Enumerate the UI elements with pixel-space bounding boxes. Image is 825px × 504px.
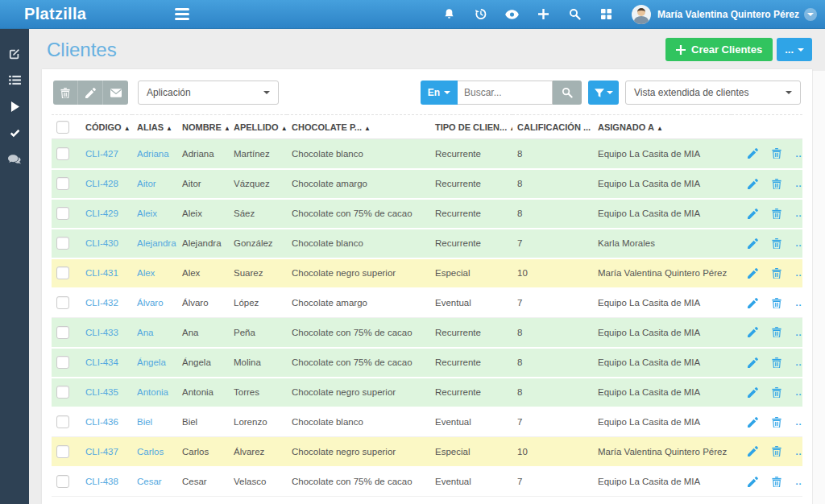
alias-link[interactable]: Antonia <box>137 387 168 397</box>
sort-asc-icon[interactable]: ▲ <box>657 125 663 132</box>
row-checkbox[interactable] <box>56 326 69 339</box>
sort-asc-icon[interactable]: ▲ <box>281 125 287 132</box>
codigo-link[interactable]: CLI-436 <box>85 417 118 427</box>
view-select[interactable]: Vista extendida de clientes <box>625 81 801 105</box>
column-header[interactable]: CHOCOLATE P...▲ <box>287 115 430 139</box>
edit-row-icon[interactable] <box>748 357 758 368</box>
row-more-menu[interactable]: ... <box>795 268 802 278</box>
alias-link[interactable]: Biel <box>137 417 152 427</box>
bulk-delete-button[interactable] <box>53 81 78 105</box>
row-more-menu[interactable]: ... <box>795 417 802 427</box>
column-header[interactable]: APELLIDO▲ <box>229 115 287 139</box>
delete-row-icon[interactable] <box>772 268 781 279</box>
edit-row-icon[interactable] <box>748 298 758 308</box>
alias-link[interactable]: Alex <box>137 268 155 278</box>
user-avatar[interactable] <box>632 5 651 24</box>
alias-link[interactable]: Ana <box>137 328 153 337</box>
row-checkbox[interactable] <box>56 177 69 190</box>
column-header[interactable]: CALIFICACIÓN ...▲ <box>512 115 593 139</box>
delete-row-icon[interactable] <box>772 327 781 337</box>
sort-asc-icon[interactable]: ▲ <box>509 125 512 132</box>
delete-row-icon[interactable] <box>772 446 781 456</box>
sort-asc-icon[interactable]: ▲ <box>364 125 371 132</box>
delete-row-icon[interactable] <box>772 357 781 368</box>
row-checkbox[interactable] <box>56 475 69 488</box>
edit-row-icon[interactable] <box>748 238 758 249</box>
delete-row-icon[interactable] <box>772 179 781 189</box>
edit-row-icon[interactable] <box>748 387 758 398</box>
sort-asc-icon[interactable]: ▲ <box>166 125 172 132</box>
row-more-menu[interactable]: ... <box>795 238 802 248</box>
edit-row-icon[interactable] <box>748 268 758 279</box>
edit-row-icon[interactable] <box>748 209 758 219</box>
vertical-scrollbar[interactable] <box>812 71 825 504</box>
row-checkbox[interactable] <box>56 415 69 428</box>
select-all-checkbox[interactable] <box>56 121 69 134</box>
row-more-menu[interactable]: ... <box>795 477 802 486</box>
user-name[interactable]: María Valentina Quintero Pérez <box>657 9 799 20</box>
codigo-link[interactable]: CLI-430 <box>85 238 118 248</box>
delete-row-icon[interactable] <box>772 298 781 308</box>
row-checkbox[interactable] <box>56 386 69 399</box>
search-scope-button[interactable]: En <box>421 81 458 105</box>
eye-icon[interactable] <box>496 0 528 29</box>
delete-row-icon[interactable] <box>772 209 781 219</box>
list-icon[interactable] <box>0 67 29 93</box>
application-select[interactable]: Aplicación <box>138 81 279 105</box>
edit-row-icon[interactable] <box>748 477 758 487</box>
row-more-menu[interactable]: ... <box>795 298 802 308</box>
codigo-link[interactable]: CLI-429 <box>85 209 118 218</box>
codigo-link[interactable]: CLI-438 <box>85 477 118 486</box>
column-header[interactable]: ALIAS▲ <box>132 115 177 139</box>
codigo-link[interactable]: CLI-434 <box>85 357 118 367</box>
row-more-menu[interactable]: ... <box>795 328 802 337</box>
search-icon[interactable] <box>559 0 591 29</box>
codigo-link[interactable]: CLI-437 <box>85 447 118 456</box>
row-more-menu[interactable]: ... <box>795 447 802 456</box>
row-more-menu[interactable]: ... <box>795 179 802 188</box>
apps-grid-icon[interactable] <box>591 0 622 29</box>
alias-link[interactable]: Alejandra <box>137 238 176 248</box>
column-header[interactable]: NOMBRE▲ <box>177 115 229 139</box>
play-icon[interactable] <box>0 93 29 120</box>
delete-row-icon[interactable] <box>772 148 781 159</box>
sort-asc-icon[interactable]: ▲ <box>124 125 131 132</box>
codigo-link[interactable]: CLI-432 <box>85 298 118 308</box>
edit-row-icon[interactable] <box>748 327 758 337</box>
header-more-button[interactable]: ... <box>777 38 812 61</box>
edit-row-icon[interactable] <box>748 148 758 159</box>
alias-link[interactable]: Carlos <box>137 447 164 456</box>
delete-row-icon[interactable] <box>772 238 781 249</box>
alias-link[interactable]: Cesar <box>137 477 162 486</box>
column-header[interactable]: TIPO DE CLIEN...▲ <box>430 115 512 139</box>
column-header[interactable]: CÓDIGO▲ <box>81 115 132 139</box>
bulk-edit-button[interactable] <box>78 81 103 105</box>
row-more-menu[interactable]: ... <box>795 357 802 367</box>
alias-link[interactable]: Adriana <box>137 149 169 159</box>
row-more-menu[interactable]: ... <box>795 387 802 397</box>
search-input[interactable] <box>458 81 553 105</box>
alias-link[interactable]: Aitor <box>137 179 156 188</box>
edit-row-icon[interactable] <box>748 446 758 456</box>
bulk-email-button[interactable] <box>103 81 128 105</box>
codigo-link[interactable]: CLI-433 <box>85 328 118 337</box>
user-caret-icon[interactable] <box>804 8 817 21</box>
check-icon[interactable] <box>0 120 29 147</box>
codigo-link[interactable]: CLI-427 <box>85 149 118 159</box>
chat-icon[interactable] <box>0 147 29 173</box>
row-checkbox[interactable] <box>56 445 69 458</box>
compose-icon[interactable] <box>0 40 29 67</box>
create-clients-button[interactable]: Crear Clientes <box>665 38 773 61</box>
row-checkbox[interactable] <box>56 237 69 250</box>
row-more-menu[interactable]: ... <box>795 209 802 218</box>
delete-row-icon[interactable] <box>772 387 781 398</box>
alias-link[interactable]: Aleix <box>137 209 157 218</box>
row-checkbox[interactable] <box>56 147 69 160</box>
edit-row-icon[interactable] <box>748 417 758 428</box>
filter-button[interactable] <box>588 81 619 105</box>
alias-link[interactable]: Álvaro <box>137 298 164 308</box>
history-icon[interactable] <box>465 0 496 29</box>
row-checkbox[interactable] <box>56 266 69 279</box>
row-checkbox[interactable] <box>56 296 69 309</box>
delete-row-icon[interactable] <box>772 477 781 487</box>
